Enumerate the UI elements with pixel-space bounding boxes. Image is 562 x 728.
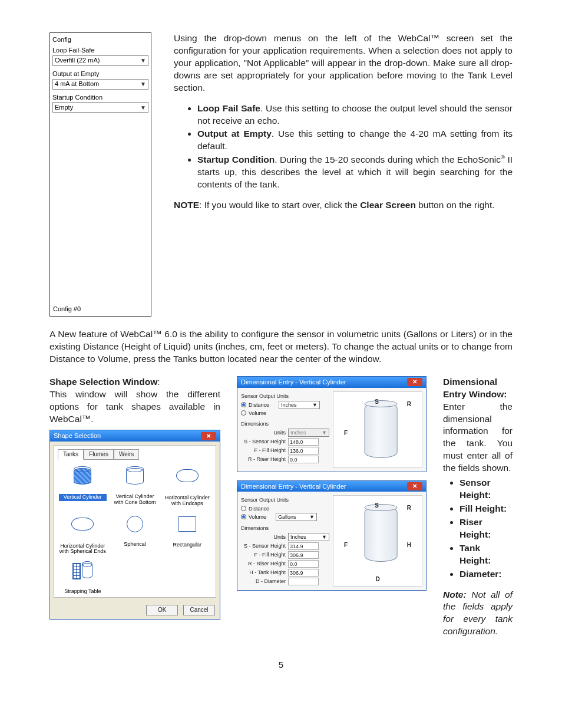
radio-distance[interactable]: Distance Inches▼ <box>241 401 329 409</box>
dim-fill-height: Fill Height: <box>459 503 513 515</box>
sensor-height-field[interactable]: 314.9 <box>288 542 319 550</box>
distance-units-select[interactable]: Inches▼ <box>279 401 320 409</box>
settings-list: Loop Fail Safe. Use this setting to choo… <box>174 103 513 192</box>
shape-strapping-table[interactable]: Strapping Table <box>58 558 108 596</box>
radio-volume[interactable]: Volume Gallons▼ <box>241 513 329 521</box>
radio-icon <box>241 410 246 416</box>
loop-failsafe-label: Loop Fail-Safe <box>52 46 148 55</box>
startup-condition-select[interactable]: Empty ▼ <box>52 102 148 113</box>
diameter-field[interactable] <box>288 578 319 585</box>
bullet-output-empty: Output at Empty. Use this setting to cha… <box>197 128 513 153</box>
dimensions-label: Dimensions <box>241 525 329 532</box>
bullet-loop-failsafe: Loop Fail Safe. Use this setting to choo… <box>197 103 513 127</box>
chevron-down-icon: ▼ <box>140 57 146 65</box>
sensor-output-units-label: Sensor Output Units <box>241 393 329 400</box>
startup-condition-label: Startup Condition <box>52 93 148 102</box>
chevron-down-icon: ▼ <box>140 80 146 88</box>
ok-button[interactable]: OK <box>146 605 178 615</box>
shape-window-title: Shape Selection <box>54 431 101 440</box>
radio-volume[interactable]: Volume <box>241 410 329 417</box>
close-icon[interactable]: ✕ <box>407 378 422 386</box>
dim-sensor-height: Sensor Height: <box>459 477 513 502</box>
dimensions-list: Sensor Height: Fill Height: Riser Height… <box>443 477 513 580</box>
radio-icon <box>241 514 246 519</box>
shape-horizontal-endcaps[interactable]: Horizontal Cylinder with Endcaps <box>162 462 212 508</box>
output-empty-label: Output at Empty <box>52 70 148 78</box>
dim-units-select: Inches▼ <box>288 429 329 437</box>
chevron-down-icon: ▼ <box>140 104 146 112</box>
fill-height-field[interactable]: 136.0 <box>288 447 319 454</box>
shape-rectangular[interactable]: Rectangular <box>162 510 212 556</box>
output-empty-value: 4 mA at Bottom <box>55 80 99 88</box>
tank-diagram: S R F H D <box>333 495 422 586</box>
dim-units-select[interactable]: Inches▼ <box>288 533 329 541</box>
shape-selection-text: Shape Selection Window: This window will… <box>49 376 220 426</box>
config-panel: Config Loop Fail-Safe Overfill (22 mA) ▼… <box>49 32 151 317</box>
dim-window-titlebar: Dimensional Entry - Vertical Cylinder ✕ <box>237 377 426 388</box>
output-empty-select[interactable]: 4 mA at Bottom ▼ <box>52 79 148 90</box>
shape-selection-window: Shape Selection ✕ Tanks Flumes Weirs Ver… <box>49 430 220 619</box>
sensor-output-units-label: Sensor Output Units <box>241 496 329 503</box>
radio-distance[interactable]: Distance <box>241 505 329 512</box>
volume-units-select[interactable]: Gallons▼ <box>276 513 317 521</box>
intro-column: Using the drop-down menus on the left of… <box>174 32 513 317</box>
fill-height-field[interactable]: 306.9 <box>288 551 319 559</box>
startup-condition-value: Empty <box>55 103 73 112</box>
dim-entry-heading: Dimensional Entry Window: <box>443 376 513 401</box>
dim-note: Note: Not all of the fields apply for ev… <box>443 589 513 638</box>
close-icon[interactable]: ✕ <box>407 482 422 490</box>
close-icon[interactable]: ✕ <box>201 432 216 440</box>
cancel-button[interactable]: Cancel <box>183 605 215 615</box>
dim-window-titlebar: Dimensional Entry - Vertical Cylinder ✕ <box>237 481 426 492</box>
radio-icon <box>241 506 246 511</box>
intro-paragraph: Using the drop-down menus on the left of… <box>174 32 513 94</box>
bullet-startup-condition: Startup Condition. During the 15-20 seco… <box>197 154 513 191</box>
shape-spherical[interactable]: Spherical <box>110 510 160 556</box>
dimensional-entry-window-distance: Dimensional Entry - Vertical Cylinder ✕ … <box>237 376 427 472</box>
loop-failsafe-select[interactable]: Overfill (22 mA) ▼ <box>52 55 148 66</box>
shape-window-titlebar: Shape Selection ✕ <box>50 430 220 442</box>
riser-height-field[interactable]: 0.0 <box>288 456 319 463</box>
tab-tanks[interactable]: Tanks <box>58 449 84 460</box>
config-footer: Config #0 <box>52 305 148 314</box>
page-number: 5 <box>49 659 513 671</box>
feature-paragraph: A New feature of WebCal™ 6.0 is the abil… <box>49 328 513 365</box>
dimensional-entry-window-volume: Dimensional Entry - Vertical Cylinder ✕ … <box>237 480 427 591</box>
note-paragraph: NOTE: If you would like to start over, c… <box>174 199 513 212</box>
dim-diameter: Diameter: <box>459 568 513 581</box>
tab-flumes[interactable]: Flumes <box>84 449 114 460</box>
dim-window-title: Dimensional Entry - Vertical Cylinder <box>241 482 346 491</box>
loop-failsafe-value: Overfill (22 mA) <box>55 56 100 65</box>
dim-tank-height: Tank Height: <box>459 542 513 567</box>
tank-diagram: S R F <box>333 391 422 468</box>
riser-height-field[interactable]: 0.0 <box>288 560 319 568</box>
shape-vertical-cylinder[interactable]: Vertical Cylinder <box>58 462 108 508</box>
shape-vertical-cone[interactable]: Vertical Cylinder with Cone Bottom <box>110 462 160 508</box>
config-title: Config <box>52 35 148 44</box>
radio-icon <box>241 402 246 407</box>
sensor-height-field[interactable]: 148.0 <box>288 438 319 446</box>
dim-entry-desc: Enter the dimensional information for th… <box>443 401 513 475</box>
shape-horizontal-spherical[interactable]: Horizontal Cylinder with Spherical Ends <box>58 510 108 556</box>
dimensions-label: Dimensions <box>241 420 329 427</box>
tank-height-field[interactable]: 306.9 <box>288 569 319 577</box>
dim-window-title: Dimensional Entry - Vertical Cylinder <box>241 378 346 387</box>
dim-riser-height: Riser Height: <box>459 516 513 541</box>
tab-weirs[interactable]: Weirs <box>114 449 139 460</box>
